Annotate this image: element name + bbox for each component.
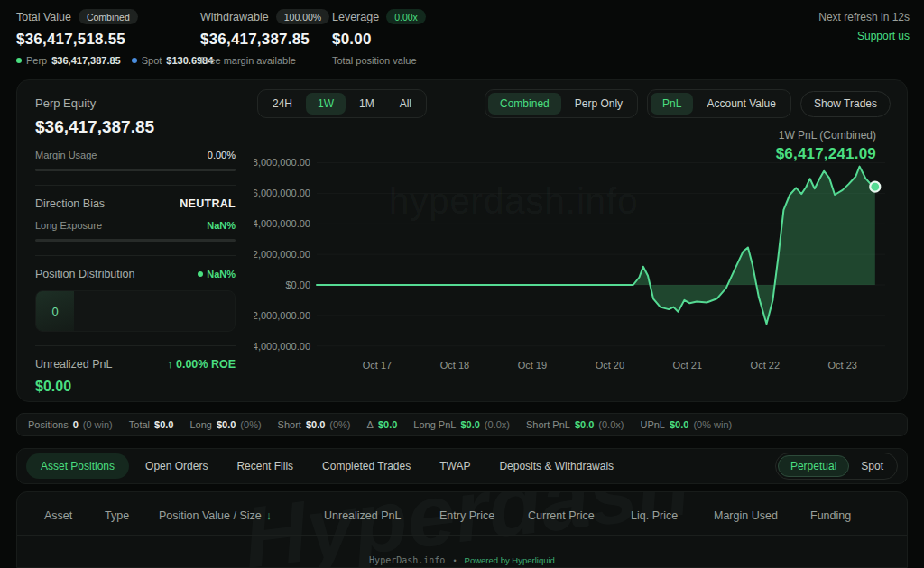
footer-bullet: • xyxy=(453,556,456,565)
spot-toggle[interactable]: Spot xyxy=(849,455,895,477)
support-us-link[interactable]: Support us xyxy=(818,30,910,42)
pnl-chart-svg[interactable]: $8,000,000.00$6,000,000.00$4,000,000.00$… xyxy=(254,152,896,378)
tab-asset-positions[interactable]: Asset Positions xyxy=(26,453,129,479)
perp-dot-icon xyxy=(16,58,22,63)
tab-twap[interactable]: TWAP xyxy=(427,453,483,479)
perp-equity-value: $36,417,387.85 xyxy=(35,117,236,137)
divider xyxy=(35,185,236,186)
withdrawable-amount: $36,417,387.85 xyxy=(200,31,329,49)
long-exposure-value: NaN% xyxy=(207,220,236,231)
svg-text:$4,000,000.00: $4,000,000.00 xyxy=(254,218,310,229)
col-liq-price: Liq. Price xyxy=(631,509,678,522)
range-24h-tab[interactable]: 24H xyxy=(261,93,304,115)
svg-text:$0.00: $0.00 xyxy=(285,279,310,290)
combined-badge: Combined xyxy=(79,9,138,24)
pnl-summary-title: 1W PnL (Combined) xyxy=(776,129,876,142)
svg-text:Oct 21: Oct 21 xyxy=(673,360,702,371)
col-entry-price: Entry Price xyxy=(439,509,494,522)
portfolio-card: Perp Equity $36,417,387.85 Margin Usage … xyxy=(16,79,908,402)
col-position-value[interactable]: Position Value / Size↓ xyxy=(159,509,272,522)
table-tabs-bar: Asset Positions Open Orders Recent Fills… xyxy=(16,448,908,484)
tab-completed-trades[interactable]: Completed Trades xyxy=(310,453,423,479)
svg-text:Oct 18: Oct 18 xyxy=(440,360,469,371)
perp-equity-label: Perp Equity xyxy=(35,96,236,110)
footer-powered-link[interactable]: Powered by Hyperliquid xyxy=(465,555,555,565)
perp-value: $36,417,387.85 xyxy=(51,55,120,66)
total-value-label: Total Value xyxy=(16,11,71,23)
leverage-amount: $0.00 xyxy=(332,31,426,49)
leverage-caption: Total position value xyxy=(332,55,417,66)
withdrawable-stat: Withdrawable 100.00% $36,417,387.85 Free… xyxy=(200,9,329,66)
direction-bias-label: Direction Bias xyxy=(35,197,105,210)
range-1w-tab[interactable]: 1W xyxy=(306,93,346,115)
svg-text:$8,000,000.00: $8,000,000.00 xyxy=(254,157,310,168)
svg-text:$-2,000,000.00: $-2,000,000.00 xyxy=(254,310,310,321)
source-toggle-group: Combined Perp Only xyxy=(485,89,638,118)
unrealized-pnl-label: Unrealized PnL xyxy=(35,358,112,371)
perpetual-toggle[interactable]: Perpetual xyxy=(778,455,849,477)
table-header-divider xyxy=(17,535,907,536)
summary-short: Short $0.0 (0%) xyxy=(278,419,351,430)
position-distribution-label: Position Distribution xyxy=(35,268,134,280)
footer: HyperDash.info • Powered by Hyperliquid xyxy=(0,555,924,565)
show-trades-button[interactable]: Show Trades xyxy=(800,91,891,117)
range-all-tab[interactable]: All xyxy=(388,93,423,115)
perp-only-toggle[interactable]: Perp Only xyxy=(563,93,634,115)
position-distribution-value: NaN% xyxy=(207,269,236,279)
perp-subtotal: Perp $36,417,387.85 xyxy=(16,55,121,66)
pnl-toggle[interactable]: PnL xyxy=(651,93,693,115)
summary-long: Long $0.0 (0%) xyxy=(189,419,261,430)
svg-text:Oct 20: Oct 20 xyxy=(596,360,624,371)
summary-positions: Positions 0 (0 win) xyxy=(28,419,113,430)
perp-label: Perp xyxy=(26,55,47,66)
spot-dot-icon xyxy=(132,58,137,63)
summary-total: Total $0.0 xyxy=(129,419,174,430)
summary-upnl: UPnL $0.0 (0% win) xyxy=(640,419,732,430)
svg-text:Oct 23: Oct 23 xyxy=(827,360,856,371)
withdrawable-label: Withdrawable xyxy=(200,11,269,23)
svg-text:Oct 22: Oct 22 xyxy=(751,360,780,371)
col-current-price: Current Price xyxy=(528,509,595,522)
summary-delta: Δ $0.0 xyxy=(367,419,398,430)
margin-usage-value: 0.00% xyxy=(208,150,236,160)
divider xyxy=(35,345,236,346)
svg-text:$-4,000,000.00: $-4,000,000.00 xyxy=(254,341,310,352)
withdrawable-pct-badge: 100.00% xyxy=(276,9,329,24)
col-funding: Funding xyxy=(810,509,851,522)
col-margin-used: Margin Used xyxy=(714,509,778,522)
tab-deposits-withdrawals[interactable]: Deposits & Withdrawals xyxy=(486,453,626,479)
divider xyxy=(35,255,236,256)
summary-short-pnl: Short PnL $0.0 (0.0x) xyxy=(526,419,624,430)
leverage-stat: Leverage 0.00x $0.00 Total position valu… xyxy=(332,9,426,66)
sort-desc-icon: ↓ xyxy=(266,509,272,522)
distribution-count: 0 xyxy=(36,291,74,331)
svg-text:Oct 17: Oct 17 xyxy=(363,360,392,371)
margin-usage-bar xyxy=(35,169,236,171)
total-value-amount: $36,417,518.55 xyxy=(16,31,213,49)
unrealized-pnl-value: $0.00 xyxy=(35,379,236,395)
market-type-toggle: Perpetual Spot xyxy=(775,453,898,480)
svg-text:$2,000,000.00: $2,000,000.00 xyxy=(254,249,310,260)
col-asset: Asset xyxy=(44,509,72,522)
svg-text:Oct 19: Oct 19 xyxy=(518,360,547,371)
account-value-toggle[interactable]: Account Value xyxy=(695,93,788,115)
svg-text:$6,000,000.00: $6,000,000.00 xyxy=(254,188,310,198)
metric-toggle-group: PnL Account Value xyxy=(647,89,791,118)
refresh-countdown: Next refresh in 12s xyxy=(818,11,910,23)
margin-usage-label: Margin Usage xyxy=(35,150,97,160)
long-exposure-bar xyxy=(35,239,236,242)
tab-recent-fills[interactable]: Recent Fills xyxy=(224,453,306,479)
withdrawable-caption: Free margin available xyxy=(200,55,296,66)
range-1m-tab[interactable]: 1M xyxy=(347,93,386,115)
tab-open-orders[interactable]: Open Orders xyxy=(133,453,220,479)
summary-long-pnl: Long PnL $0.0 (0.0x) xyxy=(413,419,510,430)
chart-zone: 24H 1W 1M All Combined Perp Only PnL Acc… xyxy=(254,87,894,396)
total-value-stat: Total Value Combined $36,417,518.55 Perp… xyxy=(16,9,213,66)
leverage-label: Leverage xyxy=(332,11,379,23)
distribution-dot-icon xyxy=(198,271,203,277)
spot-label: Spot xyxy=(142,55,162,66)
combined-toggle[interactable]: Combined xyxy=(488,93,561,115)
unrealized-roe: ↑ 0.00% ROE xyxy=(167,358,236,371)
equity-stats-panel: Perp Equity $36,417,387.85 Margin Usage … xyxy=(35,96,236,395)
direction-bias-value: NEUTRAL xyxy=(180,197,236,210)
